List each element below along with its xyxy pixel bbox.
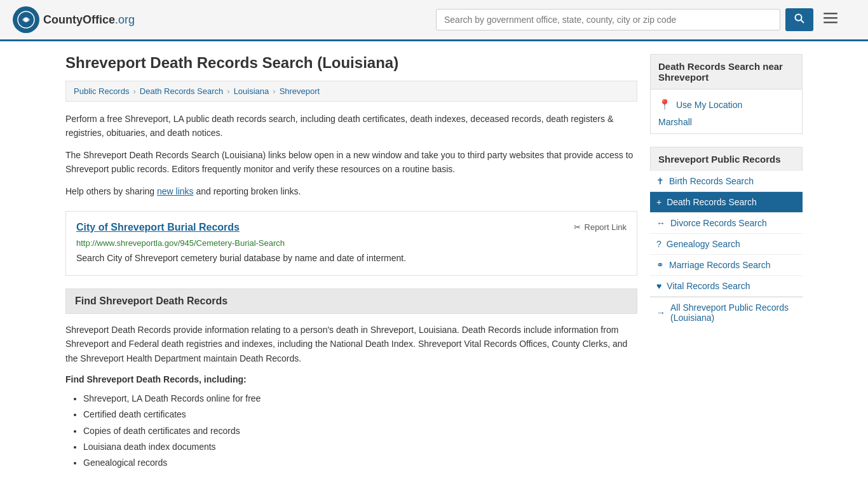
breadcrumb: Public Records › Death Records Search › … <box>65 81 637 102</box>
page-title: Shreveport Death Records Search (Louisia… <box>65 54 637 72</box>
sidebar-nearby-title: Death Records Search near Shreveport <box>650 54 803 89</box>
find-section-header: Find Shreveport Death Records <box>65 288 637 314</box>
bullet-item: Copies of death certificates and records <box>83 423 637 439</box>
breadcrumb-death-records[interactable]: Death Records Search <box>140 86 224 96</box>
search-area <box>436 8 843 31</box>
search-button[interactable] <box>785 8 813 31</box>
menu-button[interactable] <box>818 9 843 30</box>
breadcrumb-shreveport[interactable]: Shreveport <box>280 86 320 96</box>
logo-text: CountyOffice.org <box>43 13 135 27</box>
breadcrumb-sep-2: › <box>227 86 229 96</box>
death-icon: + <box>656 197 661 207</box>
birth-records-label: Birth Records Search <box>669 176 754 186</box>
logo-icon <box>13 6 39 33</box>
record-card: City of Shreveport Burial Records ✂ Repo… <box>65 211 637 276</box>
intro-text: Perform a free Shreveport, LA public dea… <box>65 112 637 140</box>
genealogy-label: Genealogy Search <box>667 239 740 249</box>
record-title-link[interactable]: City of Shreveport Burial Records <box>76 222 240 233</box>
sidebar: Death Records Search near Shreveport 📍 U… <box>650 54 803 471</box>
find-section: Find Shreveport Death Records Shreveport… <box>65 288 637 471</box>
svg-rect-5 <box>824 17 837 19</box>
nearby-marshall: Marshall <box>658 117 794 127</box>
bullet-item: Certified death certificates <box>83 407 637 423</box>
find-section-text: Shreveport Death Records provide informa… <box>65 323 637 365</box>
third-party-text: The Shreveport Death Records Search (Lou… <box>65 148 637 177</box>
new-links-link[interactable]: new links <box>157 186 194 196</box>
sidebar-item-marriage: ⚭ Marriage Records Search <box>650 255 803 276</box>
arrow-icon: → <box>656 308 665 318</box>
sidebar-item-all-records: → All Shreveport Public Records (Louisia… <box>650 297 803 328</box>
main-container: Shreveport Death Records Search (Louisia… <box>53 41 815 484</box>
vital-records-label: Vital Records Search <box>667 281 750 291</box>
sidebar-item-genealogy: ? Genealogy Search <box>650 234 803 255</box>
sidebar-item-divorce: ↔ Divorce Records Search <box>650 213 803 234</box>
bullet-item: Genealogical records <box>83 455 637 471</box>
birth-icon: ✝ <box>656 176 664 186</box>
bullet-item: Shreveport, LA Death Records online for … <box>83 391 637 407</box>
logo-area: CountyOffice.org <box>13 6 135 33</box>
record-url[interactable]: http://www.shreveportla.gov/945/Cemetery… <box>76 238 627 248</box>
marriage-records-label: Marriage Records Search <box>669 260 771 270</box>
sidebar-records-title: Shreveport Public Records <box>650 147 803 171</box>
vital-records-link[interactable]: ♥ Vital Records Search <box>650 276 803 296</box>
location-pin-icon: 📍 <box>658 98 671 111</box>
sidebar-item-birth: ✝ Birth Records Search <box>650 171 803 192</box>
sidebar-item-vital: ♥ Vital Records Search <box>650 276 803 297</box>
sharing-text: Help others by sharing new links and rep… <box>65 184 637 198</box>
use-my-location-item: 📍 Use My Location <box>658 96 794 113</box>
svg-point-1 <box>24 18 28 22</box>
sidebar-item-death: + Death Records Search <box>650 192 803 213</box>
svg-rect-4 <box>824 13 837 15</box>
genealogy-icon: ? <box>656 239 661 249</box>
breadcrumb-louisiana[interactable]: Louisiana <box>234 86 269 96</box>
sidebar-records-list: ✝ Birth Records Search + Death Records S… <box>650 171 803 328</box>
site-header: CountyOffice.org <box>0 0 868 41</box>
report-link-button[interactable]: ✂ Report Link <box>574 222 627 232</box>
birth-records-link[interactable]: ✝ Birth Records Search <box>650 171 803 191</box>
record-card-header: City of Shreveport Burial Records ✂ Repo… <box>76 222 627 233</box>
death-records-label: Death Records Search <box>667 197 757 207</box>
svg-line-3 <box>801 20 804 24</box>
divorce-records-label: Divorce Records Search <box>670 218 767 228</box>
divorce-records-link[interactable]: ↔ Divorce Records Search <box>650 213 803 233</box>
death-records-link[interactable]: + Death Records Search <box>650 192 803 212</box>
find-bullets-list: Shreveport, LA Death Records online for … <box>65 391 637 471</box>
bullet-item: Louisiana death index documents <box>83 439 637 455</box>
breadcrumb-sep-1: › <box>133 86 135 96</box>
sidebar-nearby-content: 📍 Use My Location Marshall <box>650 89 803 134</box>
svg-point-2 <box>796 15 802 21</box>
vital-icon: ♥ <box>656 281 661 291</box>
marriage-icon: ⚭ <box>656 260 664 270</box>
sidebar-nearby-section: Death Records Search near Shreveport 📍 U… <box>650 54 803 134</box>
marriage-records-link[interactable]: ⚭ Marriage Records Search <box>650 255 803 275</box>
all-records-link[interactable]: → All Shreveport Public Records (Louisia… <box>650 297 803 328</box>
record-description: Search City of Shreveport cemetery buria… <box>76 252 627 265</box>
all-records-label: All Shreveport Public Records (Louisiana… <box>670 302 796 323</box>
sidebar-records-section: Shreveport Public Records ✝ Birth Record… <box>650 147 803 328</box>
divorce-icon: ↔ <box>656 218 665 228</box>
breadcrumb-sep-3: › <box>273 86 275 96</box>
genealogy-link[interactable]: ? Genealogy Search <box>650 234 803 254</box>
scissors-icon: ✂ <box>574 222 581 232</box>
breadcrumb-public-records[interactable]: Public Records <box>74 86 129 96</box>
marshall-link[interactable]: Marshall <box>658 117 692 127</box>
svg-rect-6 <box>824 22 837 24</box>
use-my-location-link[interactable]: Use My Location <box>676 100 742 110</box>
find-section-subheading: Find Shreveport Death Records, including… <box>65 374 637 384</box>
content-area: Shreveport Death Records Search (Louisia… <box>65 54 637 471</box>
report-link-label: Report Link <box>585 222 627 232</box>
search-input[interactable] <box>436 9 780 30</box>
